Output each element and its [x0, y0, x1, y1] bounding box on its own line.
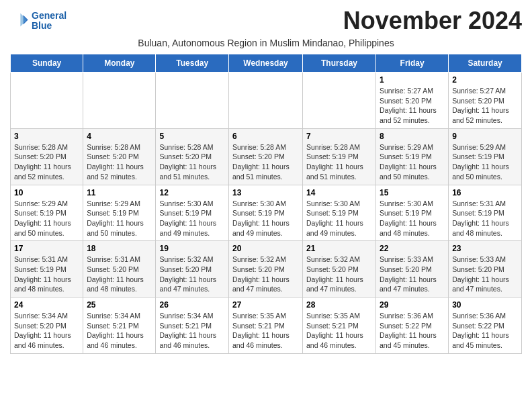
day-info: Sunrise: 5:27 AM Sunset: 5:20 PM Dayligh… [380, 86, 445, 126]
day-info: Sunrise: 5:34 AM Sunset: 5:20 PM Dayligh… [14, 311, 79, 351]
calendar-cell: 27Sunrise: 5:35 AM Sunset: 5:21 PM Dayli… [229, 298, 303, 354]
calendar-cell: 15Sunrise: 5:30 AM Sunset: 5:19 PM Dayli… [376, 185, 449, 241]
day-number: 10 [14, 188, 79, 197]
day-number: 25 [87, 300, 152, 310]
day-number: 7 [306, 132, 372, 141]
header-day-wednesday: Wednesday [229, 54, 303, 73]
day-info: Sunrise: 5:27 AM Sunset: 5:20 PM Dayligh… [452, 86, 518, 126]
day-info: Sunrise: 5:28 AM Sunset: 5:20 PM Dayligh… [14, 142, 79, 182]
calendar-cell: 5Sunrise: 5:28 AM Sunset: 5:20 PM Daylig… [156, 128, 229, 185]
calendar-cell: 29Sunrise: 5:36 AM Sunset: 5:22 PM Dayli… [376, 298, 449, 354]
subtitle: Buluan, Autonomous Region in Muslim Mind… [10, 38, 522, 48]
calendar-cell: 10Sunrise: 5:29 AM Sunset: 5:19 PM Dayli… [11, 185, 83, 241]
calendar-cell: 3Sunrise: 5:28 AM Sunset: 5:20 PM Daylig… [11, 128, 83, 185]
day-info: Sunrise: 5:28 AM Sunset: 5:19 PM Dayligh… [306, 142, 372, 182]
day-info: Sunrise: 5:33 AM Sunset: 5:20 PM Dayligh… [452, 255, 518, 294]
day-number: 30 [452, 300, 518, 310]
day-info: Sunrise: 5:32 AM Sunset: 5:20 PM Dayligh… [232, 255, 299, 294]
calendar-cell: 7Sunrise: 5:28 AM Sunset: 5:19 PM Daylig… [303, 128, 376, 185]
header-day-saturday: Saturday [449, 54, 522, 73]
day-info: Sunrise: 5:29 AM Sunset: 5:19 PM Dayligh… [87, 199, 152, 238]
day-info: Sunrise: 5:31 AM Sunset: 5:19 PM Dayligh… [452, 199, 518, 238]
calendar-cell: 20Sunrise: 5:32 AM Sunset: 5:20 PM Dayli… [229, 241, 303, 298]
calendar-cell: 8Sunrise: 5:29 AM Sunset: 5:19 PM Daylig… [376, 128, 449, 185]
page-header: General Blue November 2024 [10, 7, 522, 35]
calendar-cell: 13Sunrise: 5:30 AM Sunset: 5:19 PM Dayli… [229, 185, 303, 241]
day-number: 15 [380, 188, 445, 197]
day-info: Sunrise: 5:29 AM Sunset: 5:19 PM Dayligh… [452, 142, 518, 182]
month-title: November 2024 [343, 7, 522, 35]
calendar-cell: 11Sunrise: 5:29 AM Sunset: 5:19 PM Dayli… [83, 185, 156, 241]
day-info: Sunrise: 5:28 AM Sunset: 5:20 PM Dayligh… [87, 142, 152, 182]
header-day-tuesday: Tuesday [156, 54, 229, 73]
day-info: Sunrise: 5:31 AM Sunset: 5:20 PM Dayligh… [87, 255, 152, 294]
calendar-cell: 9Sunrise: 5:29 AM Sunset: 5:19 PM Daylig… [449, 128, 522, 185]
day-info: Sunrise: 5:30 AM Sunset: 5:19 PM Dayligh… [159, 199, 225, 238]
day-number: 9 [452, 132, 518, 141]
header-day-thursday: Thursday [303, 54, 376, 73]
day-number: 20 [232, 244, 299, 253]
calendar-week-row: 1Sunrise: 5:27 AM Sunset: 5:20 PM Daylig… [11, 73, 522, 129]
calendar-cell: 6Sunrise: 5:28 AM Sunset: 5:20 PM Daylig… [229, 128, 303, 185]
day-number: 19 [159, 244, 225, 253]
calendar-table: SundayMondayTuesdayWednesdayThursdayFrid… [10, 54, 522, 354]
day-info: Sunrise: 5:32 AM Sunset: 5:20 PM Dayligh… [159, 255, 225, 294]
day-number: 22 [380, 244, 445, 253]
calendar-cell [83, 73, 156, 129]
calendar-cell: 1Sunrise: 5:27 AM Sunset: 5:20 PM Daylig… [376, 73, 449, 129]
calendar-cell: 22Sunrise: 5:33 AM Sunset: 5:20 PM Dayli… [376, 241, 449, 298]
header-day-monday: Monday [83, 54, 156, 73]
calendar-cell: 17Sunrise: 5:31 AM Sunset: 5:19 PM Dayli… [11, 241, 83, 298]
calendar-cell: 19Sunrise: 5:32 AM Sunset: 5:20 PM Dayli… [156, 241, 229, 298]
logo-icon [10, 11, 29, 30]
calendar-week-row: 3Sunrise: 5:28 AM Sunset: 5:20 PM Daylig… [11, 128, 522, 185]
logo: General Blue [10, 11, 66, 32]
calendar-cell: 25Sunrise: 5:34 AM Sunset: 5:21 PM Dayli… [83, 298, 156, 354]
day-number: 2 [452, 75, 518, 85]
day-number: 24 [14, 300, 79, 310]
day-number: 11 [87, 188, 152, 197]
day-number: 16 [452, 188, 518, 197]
day-info: Sunrise: 5:28 AM Sunset: 5:20 PM Dayligh… [232, 142, 299, 182]
day-number: 6 [232, 132, 299, 141]
calendar-header-row: SundayMondayTuesdayWednesdayThursdayFrid… [11, 54, 522, 73]
day-info: Sunrise: 5:31 AM Sunset: 5:19 PM Dayligh… [14, 255, 79, 294]
calendar-cell: 14Sunrise: 5:30 AM Sunset: 5:19 PM Dayli… [303, 185, 376, 241]
day-number: 21 [306, 244, 372, 253]
day-number: 13 [232, 188, 299, 197]
day-number: 5 [159, 132, 225, 141]
day-number: 29 [380, 300, 445, 310]
day-info: Sunrise: 5:34 AM Sunset: 5:21 PM Dayligh… [87, 311, 152, 351]
day-number: 14 [306, 188, 372, 197]
day-number: 23 [452, 244, 518, 253]
calendar-cell: 21Sunrise: 5:32 AM Sunset: 5:20 PM Dayli… [303, 241, 376, 298]
calendar-cell: 16Sunrise: 5:31 AM Sunset: 5:19 PM Dayli… [449, 185, 522, 241]
day-number: 18 [87, 244, 152, 253]
calendar-cell: 4Sunrise: 5:28 AM Sunset: 5:20 PM Daylig… [83, 128, 156, 185]
day-info: Sunrise: 5:30 AM Sunset: 5:19 PM Dayligh… [380, 199, 445, 238]
logo-text: General Blue [32, 11, 66, 32]
calendar-cell [229, 73, 303, 129]
calendar-week-row: 17Sunrise: 5:31 AM Sunset: 5:19 PM Dayli… [11, 241, 522, 298]
day-number: 28 [306, 300, 372, 310]
calendar-cell: 2Sunrise: 5:27 AM Sunset: 5:20 PM Daylig… [449, 73, 522, 129]
day-info: Sunrise: 5:33 AM Sunset: 5:20 PM Dayligh… [380, 255, 445, 294]
day-info: Sunrise: 5:29 AM Sunset: 5:19 PM Dayligh… [14, 199, 79, 238]
day-info: Sunrise: 5:28 AM Sunset: 5:20 PM Dayligh… [159, 142, 225, 182]
day-number: 8 [380, 132, 445, 141]
calendar-week-row: 24Sunrise: 5:34 AM Sunset: 5:20 PM Dayli… [11, 298, 522, 354]
day-info: Sunrise: 5:36 AM Sunset: 5:22 PM Dayligh… [452, 311, 518, 351]
day-info: Sunrise: 5:29 AM Sunset: 5:19 PM Dayligh… [380, 142, 445, 182]
header-day-sunday: Sunday [11, 54, 83, 73]
day-number: 3 [14, 132, 79, 141]
calendar-cell [11, 73, 83, 129]
calendar-cell: 18Sunrise: 5:31 AM Sunset: 5:20 PM Dayli… [83, 241, 156, 298]
calendar-cell: 23Sunrise: 5:33 AM Sunset: 5:20 PM Dayli… [449, 241, 522, 298]
calendar-cell [156, 73, 229, 129]
calendar-cell: 28Sunrise: 5:35 AM Sunset: 5:21 PM Dayli… [303, 298, 376, 354]
day-info: Sunrise: 5:35 AM Sunset: 5:21 PM Dayligh… [232, 311, 299, 351]
day-info: Sunrise: 5:34 AM Sunset: 5:21 PM Dayligh… [159, 311, 225, 351]
calendar-cell: 12Sunrise: 5:30 AM Sunset: 5:19 PM Dayli… [156, 185, 229, 241]
calendar-cell: 26Sunrise: 5:34 AM Sunset: 5:21 PM Dayli… [156, 298, 229, 354]
day-number: 27 [232, 300, 299, 310]
